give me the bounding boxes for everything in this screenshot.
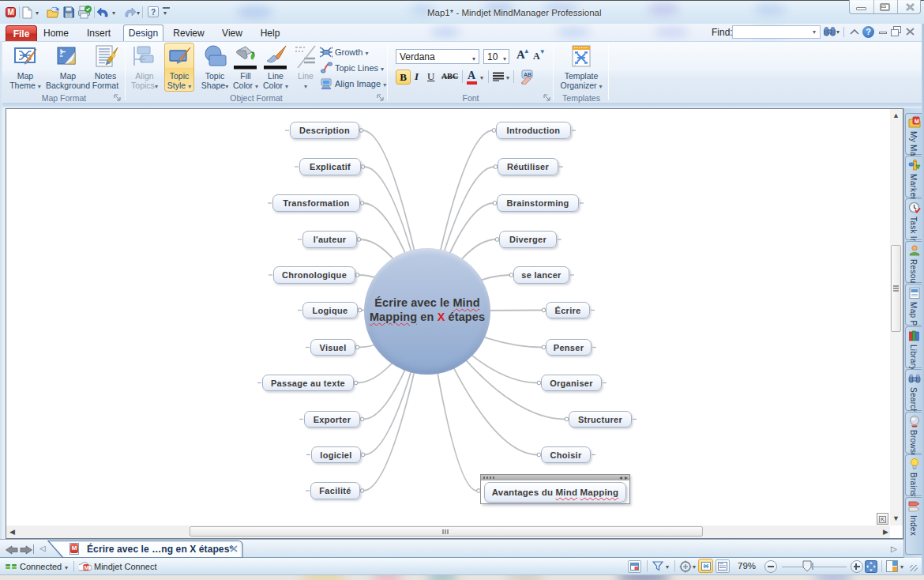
svg-text:M: M xyxy=(915,119,919,124)
svg-text:M: M xyxy=(85,565,89,571)
